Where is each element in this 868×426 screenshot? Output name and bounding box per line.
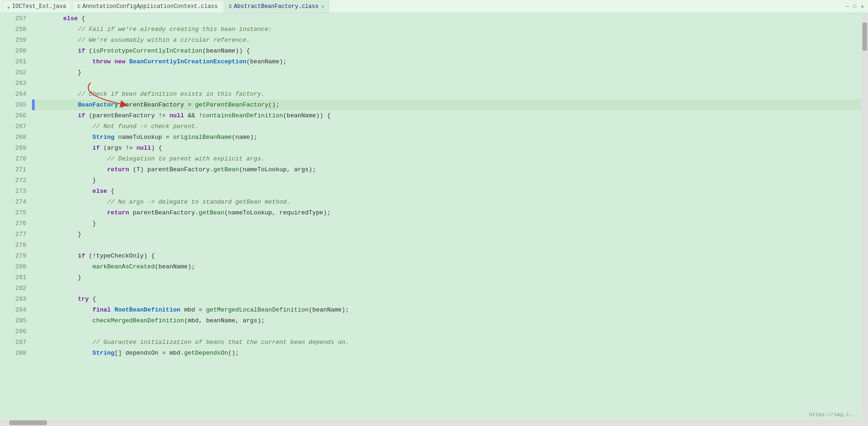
code-line: if (!typeCheckOnly) { <box>32 251 861 261</box>
tab-ioctest[interactable]: ☕ IOCTest_Ext.java <box>2 0 71 13</box>
code-line: // We're assumably within a circular ref… <box>32 35 861 46</box>
code-line: // Fail if we're already creating this b… <box>32 24 861 35</box>
code-line: if (args != null) { <box>32 143 861 153</box>
code-line: } <box>32 229 861 240</box>
code-line: } <box>32 175 861 186</box>
horizontal-scrollbar[interactable] <box>0 419 868 426</box>
code-line: else { <box>32 13 861 24</box>
close-button[interactable]: ✕ <box>859 3 866 10</box>
code-line: if (parentBeanFactory != null && !contai… <box>32 110 861 121</box>
line-marker <box>32 99 35 110</box>
code-line: else { <box>32 186 861 197</box>
tab-icon-abstractbeanfactory: C <box>229 4 232 9</box>
code-line: return (T) parentBeanFactory.getBean(nam… <box>32 164 861 175</box>
code-line: // Not found -> check parent. <box>32 121 861 132</box>
url-hint: https://img.i... <box>809 412 859 418</box>
tab-label-ioctest: IOCTest_Ext.java <box>12 3 66 10</box>
code-line: } <box>32 272 861 283</box>
window-controls: — □ ✕ <box>844 3 868 10</box>
code-line: markBeanAsCreated(beanName); <box>32 261 861 272</box>
code-line: String nameToLookup = originalBeanName(n… <box>32 132 861 143</box>
code-lines: else { // Fail if we're already creating… <box>32 13 861 358</box>
code-line <box>32 283 861 294</box>
code-line: BeanFactory parentBeanFactory = getParen… <box>32 99 861 110</box>
tab-annotationconfig[interactable]: C AnnotationConfigApplicationContext.cla… <box>72 0 223 13</box>
tab-abstractbeanfactory[interactable]: C AbstractBeanFactory.class ✕ <box>224 0 330 13</box>
code-line: throw new BeanCurrentlyInCreationExcepti… <box>32 56 861 67</box>
code-line <box>32 240 861 251</box>
code-line: // Delegation to parent with explicit ar… <box>32 153 861 164</box>
code-line: } <box>32 67 861 78</box>
code-area: 2572582592602612622632642652662672682692… <box>0 13 868 419</box>
vertical-scrollbar[interactable] <box>861 13 868 419</box>
code-line: } <box>32 218 861 229</box>
code-line: if (isPrototypeCurrentlyInCreation(beanN… <box>32 46 861 56</box>
code-line: final RootBeanDefinition mbd = getMerged… <box>32 304 861 315</box>
code-line: // Check if bean definition exists in th… <box>32 89 861 99</box>
code-line: checkMergedBeanDefinition(mbd, beanName,… <box>32 315 861 326</box>
code-content[interactable]: else { // Fail if we're already creating… <box>32 13 861 419</box>
code-line: // No args -> delegate to standard getBe… <box>32 197 861 207</box>
code-line: try { <box>32 294 861 304</box>
tab-close-button[interactable]: ✕ <box>321 4 324 9</box>
code-line: String[] dependsOn = mbd.getDependsOn(); <box>32 348 861 358</box>
scrollbar-thumb-v[interactable] <box>862 23 867 51</box>
editor-container: ☕ IOCTest_Ext.java C AnnotationConfigApp… <box>0 0 868 426</box>
code-line <box>32 326 861 337</box>
maximize-button[interactable]: □ <box>851 3 859 10</box>
tab-icon-ioctest: ☕ <box>7 4 10 10</box>
scrollbar-thumb-h[interactable] <box>9 420 47 425</box>
code-line: // Guarantee initialization of beans tha… <box>32 337 861 348</box>
line-numbers: 2572582592602612622632642652662672682692… <box>0 13 32 419</box>
tab-bar: ☕ IOCTest_Ext.java C AnnotationConfigApp… <box>0 0 868 13</box>
tab-label-abstractbeanfactory: AbstractBeanFactory.class <box>234 3 318 10</box>
tab-label-annotationconfig: AnnotationConfigApplicationContext.class <box>82 3 217 10</box>
code-line <box>32 78 861 89</box>
tab-icon-annotationconfig: C <box>78 4 81 9</box>
minimize-button[interactable]: — <box>844 3 851 10</box>
code-line: return parentBeanFactory.getBean(nameToL… <box>32 207 861 218</box>
